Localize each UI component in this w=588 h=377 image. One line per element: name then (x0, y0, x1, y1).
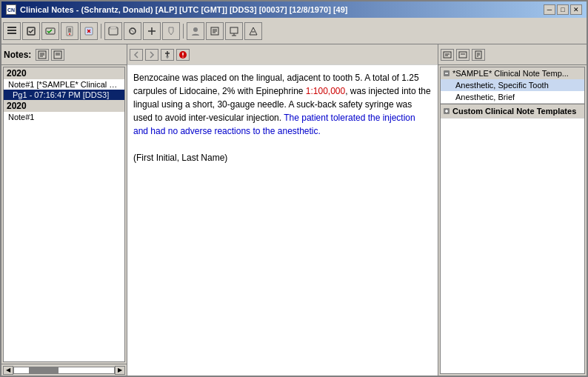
tree-section-2-label: Custom Clinical Note Templates (452, 107, 576, 116)
app-icon: CN (6, 4, 16, 15)
svg-rect-2 (7, 33, 16, 34)
title-bar-left: CN Clinical Notes - (Schrantz, Donald) [… (6, 4, 348, 15)
list-note-2[interactable]: Note#1 (4, 112, 124, 122)
tree-item-1-label: Anesthetic, Specific Tooth (455, 81, 549, 90)
toolbar-btn-3[interactable] (41, 22, 59, 40)
left-panel: Notes: 2020 Note#1 [*SAMPLE* Clinical No… (1, 44, 127, 376)
right-tree: *SAMPLE* Clinical Note Temp... Anestheti… (440, 67, 585, 374)
tree-section-1-label: *SAMPLE* Clinical Note Temp... (452, 69, 569, 78)
notes-icon-2[interactable] (51, 49, 64, 61)
close-button[interactable]: ✕ (570, 4, 582, 15)
toolbar-btn-11[interactable] (206, 22, 224, 40)
svg-point-5 (69, 33, 70, 35)
left-scrollbar[interactable]: ◀ ▶ (1, 364, 127, 376)
right-panel: *SAMPLE* Clinical Note Temp... Anestheti… (438, 44, 587, 376)
svg-rect-17 (459, 52, 467, 58)
svg-rect-8 (110, 27, 116, 29)
notes-label: Notes: (4, 50, 31, 60)
scroll-track (13, 367, 115, 374)
scroll-left-btn[interactable]: ◀ (3, 366, 13, 375)
svg-rect-16 (444, 52, 451, 58)
window-title: Clinical Notes - (Schrantz, Donald) [ALP… (20, 5, 348, 14)
list-year-2: 2020 (4, 100, 124, 112)
toolbar-btn-5[interactable] (80, 22, 98, 40)
main-content: Notes: 2020 Note#1 [*SAMPLE* Clinical No… (1, 44, 587, 376)
list-year-1: 2020 (4, 67, 124, 79)
toolbar-btn-6[interactable] (104, 22, 122, 40)
center-btn-alert[interactable] (176, 49, 190, 61)
tree-item-1[interactable]: Anesthetic, Specific Tooth (441, 79, 584, 91)
center-btn-forward[interactable] (145, 49, 158, 61)
tree-item-2-label: Anesthetic, Brief (455, 93, 515, 101)
tree-section-2: Custom Clinical Note Templates (441, 104, 584, 119)
scroll-right-btn[interactable]: ▶ (115, 366, 125, 375)
left-panel-toolbar: Notes: (1, 44, 127, 65)
main-window: CN Clinical Notes - (Schrantz, Donald) [… (0, 0, 588, 377)
window-controls: ─ □ ✕ (544, 4, 582, 15)
main-toolbar (1, 18, 587, 44)
toolbar-btn-12[interactable] (225, 22, 243, 40)
list-note-1-sub[interactable]: Pg1 - 07:16:47 PM [DDS3] (4, 90, 124, 100)
svg-rect-1 (7, 30, 16, 31)
toolbar-btn-7[interactable] (124, 22, 141, 40)
scroll-thumb[interactable] (29, 367, 59, 373)
right-btn-2[interactable] (456, 49, 470, 61)
notes-list: 2020 Note#1 [*SAMPLE* Clinical Not Pg1 -… (3, 67, 125, 362)
center-btn-back[interactable] (130, 49, 143, 61)
svg-rect-0 (7, 27, 16, 28)
tree-item-2[interactable]: Anesthetic, Brief (441, 91, 584, 103)
right-btn-3[interactable] (472, 49, 485, 61)
blue-text-1: The patient tolerated the injection and … (133, 113, 415, 136)
separator-1 (101, 24, 101, 39)
tree-header-2[interactable]: Custom Clinical Note Templates (441, 104, 584, 118)
toolbar-btn-9[interactable] (162, 22, 180, 40)
toolbar-btn-8[interactable] (143, 22, 161, 40)
title-bar: CN Clinical Notes - (Schrantz, Donald) [… (1, 1, 587, 18)
svg-point-10 (193, 27, 198, 32)
svg-rect-12 (230, 27, 238, 33)
toolbar-btn-13[interactable] (244, 22, 262, 40)
red-text-1: 1:100,000 (306, 86, 345, 96)
right-btn-1[interactable] (441, 49, 454, 61)
list-note-1[interactable]: Note#1 [*SAMPLE* Clinical Not (4, 79, 124, 90)
center-toolbar (127, 44, 438, 65)
center-panel: Benzocaine was placed on the lingual, ad… (127, 44, 438, 376)
note-paragraph-2: (First Initial, Last Name) (133, 151, 432, 164)
collapse-icon-1 (443, 70, 450, 77)
separator-2 (183, 24, 184, 39)
toolbar-btn-1[interactable] (3, 22, 21, 40)
note-paragraph-1: Benzocaine was placed on the lingual, ad… (133, 71, 432, 138)
toolbar-btn-10[interactable] (187, 22, 204, 40)
minimize-button[interactable]: ─ (544, 4, 555, 15)
toolbar-btn-4[interactable] (61, 22, 78, 40)
collapse-icon-2 (443, 107, 450, 115)
center-text-area: Benzocaine was placed on the lingual, ad… (127, 65, 438, 376)
center-btn-pin[interactable] (161, 49, 174, 61)
tree-header-1[interactable]: *SAMPLE* Clinical Note Temp... (441, 67, 584, 79)
tree-section-1: *SAMPLE* Clinical Note Temp... Anestheti… (441, 67, 584, 104)
maximize-button[interactable]: □ (557, 4, 569, 15)
notes-icon-1[interactable] (36, 49, 49, 61)
toolbar-btn-2[interactable] (22, 22, 40, 40)
right-panel-toolbar (438, 44, 587, 65)
